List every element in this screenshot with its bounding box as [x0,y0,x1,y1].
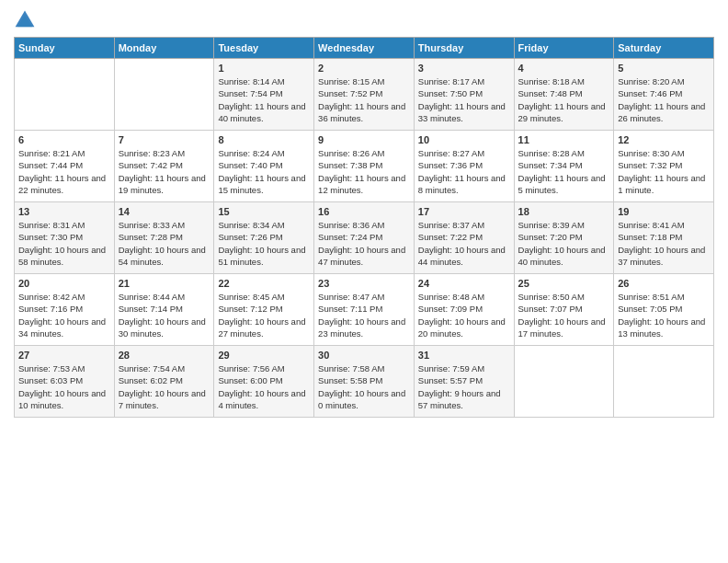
day-cell: 6 Sunrise: 8:21 AM Sunset: 7:44 PM Dayli… [15,131,115,202]
sunrise: Sunrise: 8:51 AM [618,292,684,302]
day-info: Sunrise: 8:17 AM Sunset: 7:50 PM Dayligh… [418,75,510,124]
day-number: 4 [518,63,610,74]
day-number: 25 [518,278,610,289]
day-info: Sunrise: 8:33 AM Sunset: 7:28 PM Dayligh… [119,219,210,268]
day-info: Sunrise: 8:23 AM Sunset: 7:42 PM Dayligh… [119,147,210,196]
daylight: Daylight: 10 hours and 51 minutes. [218,245,305,267]
day-number: 29 [218,350,310,361]
day-info: Sunrise: 7:59 AM Sunset: 5:57 PM Dayligh… [418,362,510,411]
sunrise: Sunrise: 8:33 AM [119,220,185,230]
sunset: Sunset: 7:50 PM [418,88,483,98]
day-cell: 25 Sunrise: 8:50 AM Sunset: 7:07 PM Dayl… [514,274,614,346]
day-number: 31 [418,350,510,361]
day-cell: 10 Sunrise: 8:27 AM Sunset: 7:36 PM Dayl… [414,131,514,202]
sunset: Sunset: 7:40 PM [218,160,282,170]
day-cell [514,346,614,418]
day-info: Sunrise: 8:21 AM Sunset: 7:44 PM Dayligh… [18,147,110,196]
sunrise: Sunrise: 7:59 AM [418,363,484,373]
day-number: 19 [618,206,710,217]
sunrise: Sunrise: 8:36 AM [318,220,384,230]
day-number: 30 [318,350,410,361]
day-cell: 12 Sunrise: 8:30 AM Sunset: 7:32 PM Dayl… [614,131,714,202]
daylight: Daylight: 11 hours and 8 minutes. [418,173,506,195]
weekday-header-sunday: Sunday [15,38,115,59]
sunrise: Sunrise: 7:54 AM [119,363,185,373]
day-cell: 21 Sunrise: 8:44 AM Sunset: 7:14 PM Dayl… [114,274,214,346]
day-cell: 2 Sunrise: 8:15 AM Sunset: 7:52 PM Dayli… [314,59,415,131]
day-number: 21 [119,278,210,289]
daylight: Daylight: 10 hours and 40 minutes. [518,245,606,267]
header [14,9,714,31]
sunrise: Sunrise: 7:53 AM [18,363,85,373]
day-cell: 8 Sunrise: 8:24 AM Sunset: 7:40 PM Dayli… [214,131,314,202]
day-cell: 16 Sunrise: 8:36 AM Sunset: 7:24 PM Dayl… [314,202,415,274]
sunset: Sunset: 7:26 PM [218,232,282,242]
week-row-1: 1 Sunrise: 8:14 AM Sunset: 7:54 PM Dayli… [15,59,714,131]
day-info: Sunrise: 8:26 AM Sunset: 7:38 PM Dayligh… [318,147,410,196]
daylight: Daylight: 10 hours and 30 minutes. [119,316,206,339]
day-number: 7 [119,134,210,145]
day-info: Sunrise: 8:15 AM Sunset: 7:52 PM Dayligh… [318,75,410,124]
sunset: Sunset: 7:42 PM [119,160,183,170]
sunset: Sunset: 7:18 PM [618,232,682,242]
sunset: Sunset: 7:54 PM [218,88,282,98]
daylight: Daylight: 11 hours and 29 minutes. [518,101,606,123]
sunset: Sunset: 7:30 PM [18,232,83,242]
day-cell: 1 Sunrise: 8:14 AM Sunset: 7:54 PM Dayli… [214,59,314,131]
day-info: Sunrise: 7:54 AM Sunset: 6:02 PM Dayligh… [119,362,210,411]
day-number: 17 [418,206,510,217]
daylight: Daylight: 10 hours and 20 minutes. [418,316,506,339]
sunrise: Sunrise: 8:27 AM [418,148,484,158]
day-info: Sunrise: 8:42 AM Sunset: 7:16 PM Dayligh… [18,291,110,339]
day-number: 10 [418,134,510,145]
sunrise: Sunrise: 7:56 AM [218,363,284,373]
daylight: Daylight: 10 hours and 27 minutes. [218,316,305,339]
weekday-header-thursday: Thursday [414,38,514,59]
daylight: Daylight: 11 hours and 12 minutes. [318,173,405,195]
daylight: Daylight: 11 hours and 5 minutes. [518,173,606,195]
day-info: Sunrise: 8:44 AM Sunset: 7:14 PM Dayligh… [119,291,210,339]
day-info: Sunrise: 8:37 AM Sunset: 7:22 PM Dayligh… [418,219,510,268]
day-info: Sunrise: 8:24 AM Sunset: 7:40 PM Dayligh… [218,147,310,196]
sunrise: Sunrise: 8:24 AM [218,148,284,158]
day-number: 8 [218,134,310,145]
daylight: Daylight: 11 hours and 15 minutes. [218,173,305,195]
daylight: Daylight: 10 hours and 0 minutes. [318,388,405,410]
sunrise: Sunrise: 8:14 AM [218,76,284,86]
sunset: Sunset: 7:24 PM [318,232,382,242]
day-info: Sunrise: 8:51 AM Sunset: 7:05 PM Dayligh… [618,291,710,339]
sunrise: Sunrise: 8:41 AM [618,220,684,230]
sunrise: Sunrise: 8:18 AM [518,76,585,86]
day-cell: 30 Sunrise: 7:58 AM Sunset: 5:58 PM Dayl… [314,346,415,418]
day-number: 13 [18,206,110,217]
day-number: 16 [318,206,410,217]
daylight: Daylight: 11 hours and 40 minutes. [218,101,305,123]
daylight: Daylight: 10 hours and 17 minutes. [518,316,606,339]
day-info: Sunrise: 7:58 AM Sunset: 5:58 PM Dayligh… [318,362,410,411]
day-info: Sunrise: 8:14 AM Sunset: 7:54 PM Dayligh… [218,75,310,124]
day-number: 12 [618,134,710,145]
day-cell: 28 Sunrise: 7:54 AM Sunset: 6:02 PM Dayl… [114,346,214,418]
daylight: Daylight: 11 hours and 22 minutes. [18,173,106,195]
day-number: 3 [418,63,510,74]
sunrise: Sunrise: 8:48 AM [418,292,484,302]
day-cell: 27 Sunrise: 7:53 AM Sunset: 6:03 PM Dayl… [15,346,115,418]
sunset: Sunset: 6:02 PM [119,375,183,385]
sunrise: Sunrise: 8:31 AM [18,220,85,230]
day-number: 22 [218,278,310,289]
sunrise: Sunrise: 8:34 AM [218,220,284,230]
sunrise: Sunrise: 8:28 AM [518,148,585,158]
sunrise: Sunrise: 8:42 AM [18,292,85,302]
day-cell: 5 Sunrise: 8:20 AM Sunset: 7:46 PM Dayli… [614,59,714,131]
sunrise: Sunrise: 8:45 AM [218,292,284,302]
week-row-2: 6 Sunrise: 8:21 AM Sunset: 7:44 PM Dayli… [15,131,714,202]
day-number: 28 [119,350,210,361]
day-cell [614,346,714,418]
daylight: Daylight: 9 hours and 57 minutes. [418,388,501,410]
sunset: Sunset: 7:38 PM [318,160,382,170]
weekday-header-tuesday: Tuesday [214,38,314,59]
daylight: Daylight: 10 hours and 58 minutes. [18,245,106,267]
day-number: 18 [518,206,610,217]
daylight: Daylight: 10 hours and 47 minutes. [318,245,405,267]
day-info: Sunrise: 8:20 AM Sunset: 7:46 PM Dayligh… [618,75,710,124]
